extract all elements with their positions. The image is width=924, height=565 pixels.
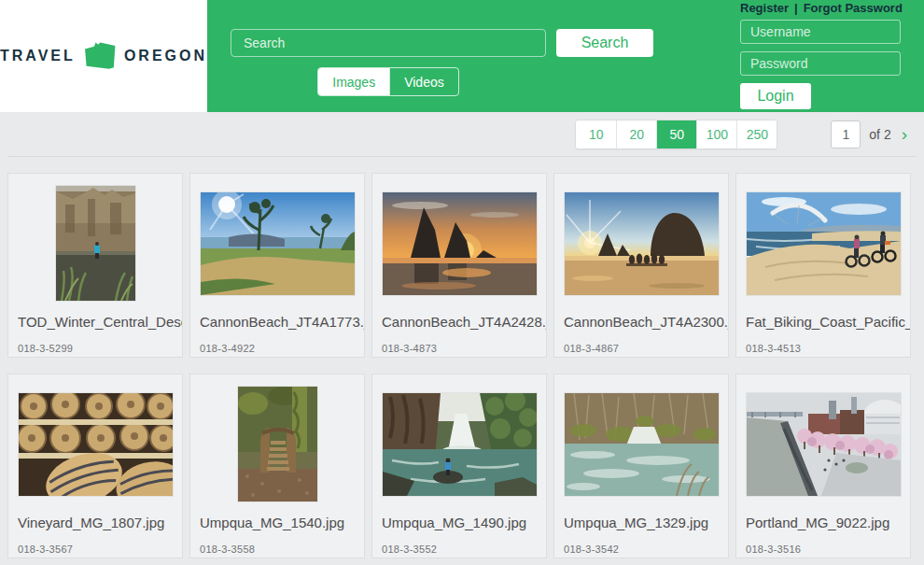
thumbnail-box bbox=[736, 177, 910, 309]
header-green-bar: Search Images Videos Register | Forgot P… bbox=[207, 0, 924, 112]
thumbnail-cannon-beach-2300[interactable] bbox=[565, 192, 719, 295]
header: TRAVEL OREGON Search Images Videos Regis… bbox=[0, 0, 924, 112]
forgot-password-link[interactable]: Forgot Password bbox=[804, 1, 903, 15]
thumbnail-fat-biking-pacific-city[interactable] bbox=[747, 192, 901, 295]
logo-oregon-text: OREGON bbox=[124, 48, 207, 64]
result-id: 018-3-4513 bbox=[736, 330, 910, 354]
thumbnail-box bbox=[8, 378, 182, 510]
result-id: 018-3-3558 bbox=[190, 530, 364, 555]
thumbnail-box bbox=[8, 177, 182, 309]
pager: of 2 › bbox=[831, 120, 907, 148]
page-size-10[interactable]: 10 bbox=[576, 120, 616, 148]
tab-videos[interactable]: Videos bbox=[389, 68, 458, 95]
result-filename: CannonBeach_JT4A1773.jpg bbox=[190, 309, 364, 330]
results-toolbar: 10 20 50 100 250 of 2 › bbox=[0, 112, 924, 156]
thumbnail-umpqua-waterfall[interactable] bbox=[383, 393, 537, 496]
result-card[interactable]: Umpqua_MG_1329.jpg 018-3-3542 bbox=[553, 374, 729, 558]
result-card[interactable]: TOD_Winter_Central_Deschu 018-3-5299 bbox=[7, 173, 183, 358]
result-card[interactable]: Vineyard_MG_1807.jpg 018-3-3567 bbox=[7, 374, 183, 558]
page-size-250[interactable]: 250 bbox=[736, 120, 777, 148]
result-card[interactable]: Fat_Biking_Coast_Pacific_City. 018-3-451… bbox=[735, 173, 911, 358]
thumbnail-box bbox=[372, 378, 546, 510]
thumbnail-vineyard-barrels[interactable] bbox=[19, 393, 173, 496]
result-card[interactable]: CannonBeach_JT4A1773.jpg 018-3-4922 bbox=[189, 173, 365, 358]
thumbnail-box bbox=[190, 177, 364, 309]
search-input[interactable] bbox=[231, 29, 546, 57]
result-filename: Fat_Biking_Coast_Pacific_City. bbox=[736, 309, 910, 330]
result-filename: Umpqua_MG_1540.jpg bbox=[190, 510, 364, 530]
page-count-label: of 2 bbox=[869, 127, 890, 142]
thumbnail-cannon-beach-2428[interactable] bbox=[383, 192, 537, 295]
auth-area: Register | Forgot Password Login bbox=[740, 0, 901, 112]
thumbnail-tod-winter-deschutes[interactable] bbox=[56, 186, 135, 301]
logo-travel-text: TRAVEL bbox=[0, 48, 76, 64]
media-type-toggle: Images Videos bbox=[317, 67, 458, 96]
result-card[interactable]: CannonBeach_JT4A2428.jpg 018-3-4873 bbox=[371, 173, 547, 358]
result-card[interactable]: Umpqua_MG_1540.jpg 018-3-3558 bbox=[189, 374, 365, 558]
oregon-state-icon bbox=[82, 35, 118, 77]
login-button[interactable]: Login bbox=[740, 83, 811, 109]
result-id: 018-3-4867 bbox=[554, 330, 728, 354]
result-id: 018-3-3567 bbox=[8, 530, 182, 555]
result-filename: TOD_Winter_Central_Deschu bbox=[8, 309, 182, 330]
result-card[interactable]: CannonBeach_JT4A2300.jpg 018-3-4867 bbox=[553, 173, 729, 358]
result-id: 018-3-4922 bbox=[190, 330, 364, 354]
thumbnail-cannon-beach-1773[interactable] bbox=[201, 192, 355, 295]
result-card[interactable]: Umpqua_MG_1490.jpg 018-3-3552 bbox=[371, 374, 547, 558]
result-id: 018-3-3516 bbox=[736, 530, 910, 555]
result-id: 018-3-3542 bbox=[554, 530, 728, 555]
search-area: Search Images Videos bbox=[207, 0, 653, 112]
thumbnail-umpqua-footbridge[interactable] bbox=[238, 387, 317, 501]
thumbnail-box bbox=[372, 177, 546, 309]
result-card[interactable]: Portland_MG_9022.jpg 018-3-3516 bbox=[735, 374, 911, 558]
result-id: 018-3-4873 bbox=[372, 330, 546, 354]
result-filename: Umpqua_MG_1490.jpg bbox=[372, 510, 546, 530]
register-link[interactable]: Register bbox=[740, 1, 789, 15]
thumbnail-box bbox=[190, 378, 364, 510]
page-size-50[interactable]: 50 bbox=[656, 120, 696, 148]
result-filename: Vineyard_MG_1807.jpg bbox=[8, 510, 182, 530]
username-field[interactable] bbox=[740, 20, 901, 44]
page-number-input[interactable] bbox=[831, 120, 861, 148]
auth-links-separator: | bbox=[794, 1, 798, 15]
next-page-icon[interactable]: › bbox=[900, 125, 907, 143]
page-size-group: 10 20 50 100 250 bbox=[575, 120, 777, 149]
thumbnail-box bbox=[554, 177, 728, 309]
search-button[interactable]: Search bbox=[556, 29, 653, 57]
result-id: 018-3-5299 bbox=[8, 330, 182, 354]
auth-links: Register | Forgot Password bbox=[740, 1, 901, 15]
password-field[interactable] bbox=[740, 51, 901, 76]
thumbnail-box bbox=[554, 378, 728, 510]
result-id: 018-3-3552 bbox=[372, 530, 546, 555]
results-grid: TOD_Winter_Central_Deschu 018-3-5299 bbox=[0, 157, 924, 558]
page-size-100[interactable]: 100 bbox=[696, 120, 736, 148]
result-filename: CannonBeach_JT4A2428.jpg bbox=[372, 309, 546, 330]
result-filename: Portland_MG_9022.jpg bbox=[736, 510, 910, 530]
result-filename: CannonBeach_JT4A2300.jpg bbox=[554, 309, 728, 330]
travel-oregon-logo[interactable]: TRAVEL OREGON bbox=[0, 0, 207, 112]
thumbnail-box bbox=[736, 378, 910, 510]
thumbnail-umpqua-river[interactable] bbox=[565, 393, 719, 496]
result-filename: Umpqua_MG_1329.jpg bbox=[554, 510, 728, 530]
thumbnail-portland-waterfront[interactable] bbox=[747, 393, 901, 496]
tab-images[interactable]: Images bbox=[318, 68, 389, 95]
page-size-20[interactable]: 20 bbox=[616, 120, 656, 148]
